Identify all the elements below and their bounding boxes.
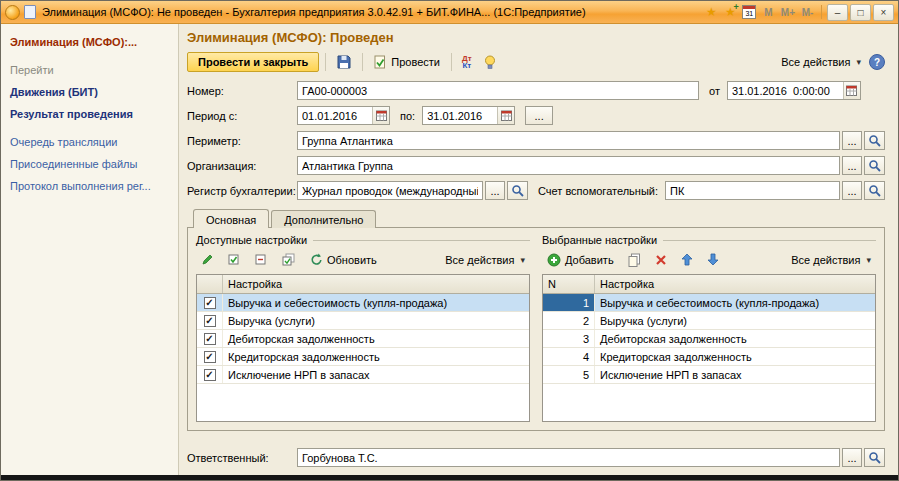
add-favorite-star-icon[interactable]: ★+ (722, 4, 739, 20)
perimeter-open-button[interactable] (864, 131, 885, 150)
table-row[interactable]: Выручка и себестоимость (купля-продажа) (197, 294, 529, 312)
tab-main[interactable]: Основная (193, 209, 269, 228)
available-settings-group: Доступные настройки (196, 234, 530, 422)
window-title: Элиминация (МСФО): Не проведен - Бухгалт… (40, 6, 699, 18)
number-input[interactable] (297, 81, 699, 100)
memory-recall-button[interactable]: M (760, 4, 777, 20)
memory-plus-button[interactable]: M+ (779, 4, 797, 20)
set-all-flags-button[interactable] (223, 250, 246, 269)
responsible-select-button[interactable]: ... (842, 448, 862, 467)
register-row: Регистр бухгалтерии: ... Счет вспомогате… (187, 181, 885, 200)
available-all-actions-button[interactable]: Все действия ▾ (440, 251, 530, 269)
row-checkbox[interactable] (204, 369, 216, 381)
close-button[interactable]: × (873, 4, 894, 21)
date-input[interactable] (728, 82, 843, 99)
row-checkbox[interactable] (204, 333, 216, 345)
organization-label: Организация: (187, 160, 297, 172)
organization-row: Организация: ... (187, 156, 885, 175)
sidebar-item-execution-log[interactable]: Протокол выполнения рег... (10, 180, 169, 192)
setting-column-header[interactable]: Настройка (595, 275, 875, 293)
period-to-input[interactable] (423, 107, 497, 124)
aux-account-select-button[interactable]: ... (842, 181, 862, 200)
date-from-label: от (709, 85, 720, 97)
minimize-button[interactable]: – (827, 4, 848, 21)
setting-column-header[interactable]: Настройка (223, 275, 529, 293)
aux-account-open-button[interactable] (864, 181, 885, 200)
save-button[interactable] (332, 52, 356, 72)
help-button[interactable]: ? (869, 54, 885, 70)
aux-account-label: Счет вспомогательный: (538, 185, 658, 197)
sidebar-item-translation-queue[interactable]: Очередь трансляции (10, 136, 169, 148)
chevron-down-icon: ▾ (520, 255, 525, 265)
organization-select-button[interactable]: ... (842, 156, 862, 175)
setting-name-cell: Кредиторская задолженность (223, 348, 529, 365)
refresh-button[interactable]: Обновить (305, 250, 382, 269)
tab-additional[interactable]: Дополнительно (271, 210, 376, 228)
period-from-calendar-button[interactable] (372, 107, 389, 124)
maximize-button[interactable]: □ (850, 4, 871, 21)
sidebar-item-movements[interactable]: Движения (БИТ) (10, 86, 169, 98)
register-input[interactable] (297, 181, 483, 200)
perimeter-row: Периметр: ... (187, 131, 885, 150)
copy-button[interactable] (623, 250, 646, 270)
page-title: Элиминация (МСФО): Проведен (187, 28, 885, 52)
aux-account-input[interactable] (665, 181, 840, 200)
n-column-header[interactable]: N (543, 275, 595, 293)
organization-input[interactable] (297, 156, 840, 175)
post-button[interactable]: Провести (369, 52, 445, 72)
all-actions-label: Все действия (445, 254, 514, 266)
period-to-calendar-button[interactable] (497, 107, 514, 124)
calendar-button[interactable]: 31 (741, 4, 758, 20)
window-bottom-edge (1, 475, 898, 480)
register-open-button[interactable] (507, 181, 528, 200)
table-row[interactable]: Кредиторская задолженность (197, 348, 529, 366)
table-row[interactable]: 1 Выручка и себестоимость (купля-продажа… (543, 294, 875, 312)
chevron-down-icon: ▾ (866, 255, 871, 265)
setting-name-cell: Кредиторская задолженность (595, 348, 875, 365)
table-row[interactable]: 2 Выручка (услуги) (543, 312, 875, 330)
all-actions-button[interactable]: Все действия ▾ (776, 53, 866, 71)
post-and-close-button[interactable]: Провести и закрыть (187, 52, 319, 72)
responsible-input[interactable] (297, 448, 840, 467)
sidebar-item-attached-files[interactable]: Присоединенные файлы (10, 158, 169, 170)
invert-flags-button[interactable] (277, 250, 301, 269)
clear-all-flags-button[interactable] (250, 250, 273, 269)
checkbox-column-header (197, 275, 223, 293)
move-down-button[interactable] (702, 250, 724, 269)
table-row[interactable]: 5 Исключение НРП в запасах (543, 366, 875, 384)
number-row: Номер: от (187, 81, 885, 100)
date-calendar-button[interactable] (843, 82, 860, 99)
credit-icon: Кт (462, 62, 471, 69)
table-row[interactable]: Дебиторская задолженность (197, 330, 529, 348)
document-window-icon (24, 5, 36, 19)
sidebar-current-item[interactable]: Элиминация (МСФО):... (10, 36, 169, 48)
table-row[interactable]: 3 Дебиторская задолженность (543, 330, 875, 348)
row-checkbox[interactable] (204, 297, 216, 309)
row-checkbox[interactable] (204, 315, 216, 327)
dt-kt-postings-button[interactable]: Дт Кт (458, 53, 476, 71)
responsible-open-button[interactable] (864, 448, 885, 467)
favorites-star-icon[interactable]: ★ (703, 4, 720, 20)
selected-all-actions-button[interactable]: Все действия ▾ (786, 251, 876, 269)
edit-setting-button[interactable] (196, 250, 219, 269)
row-checkbox[interactable] (204, 351, 216, 363)
table-row[interactable]: Исключение НРП в запасах (197, 366, 529, 384)
register-select-button[interactable]: ... (485, 181, 505, 200)
organization-open-button[interactable] (864, 156, 885, 175)
table-row[interactable]: Выручка (услуги) (197, 312, 529, 330)
lightbulb-button[interactable] (479, 52, 501, 72)
table-row[interactable]: 4 Кредиторская задолженность (543, 348, 875, 366)
calendar-icon-day: 31 (743, 9, 755, 18)
period-more-button[interactable]: ... (525, 106, 553, 125)
memory-minus-button[interactable]: M- (799, 4, 816, 20)
add-button[interactable]: Добавить (542, 250, 619, 270)
delete-button[interactable] (650, 251, 672, 269)
sidebar-item-posting-result[interactable]: Результат проведения (10, 108, 169, 120)
perimeter-input[interactable] (297, 131, 840, 150)
move-up-button[interactable] (676, 250, 698, 269)
selected-settings-group: Выбранные настройки Добавить (542, 234, 876, 422)
period-from-input[interactable] (298, 107, 372, 124)
perimeter-select-button[interactable]: ... (842, 131, 862, 150)
app-window: Элиминация (МСФО): Не проведен - Бухгалт… (0, 0, 899, 481)
all-actions-label: Все действия (791, 254, 860, 266)
